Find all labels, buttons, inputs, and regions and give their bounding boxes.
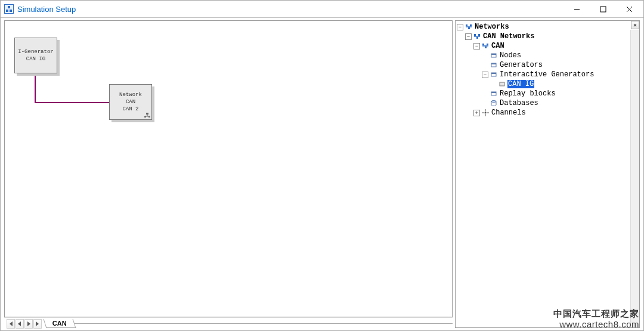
expand-icon[interactable]: +	[473, 110, 480, 116]
tree-node-interactive-generators[interactable]: − Interactive Generators	[457, 70, 638, 79]
tab-nav-first[interactable]	[7, 319, 15, 329]
svg-rect-12	[470, 24, 472, 26]
wire-vertical	[35, 73, 36, 103]
wire-horizontal	[35, 102, 111, 103]
ig-icon	[498, 81, 506, 88]
maximize-button[interactable]	[590, 1, 616, 17]
tree-node-can[interactable]: − CAN	[457, 41, 638, 51]
network-icon	[481, 42, 489, 50]
svg-point-30	[491, 101, 496, 103]
database-icon	[490, 100, 497, 107]
sheet-tab-can[interactable]: CAN	[44, 319, 76, 328]
svg-rect-20	[487, 44, 488, 45]
block-type-label: Network	[119, 92, 142, 98]
tab-nav-last[interactable]	[33, 319, 42, 329]
collapse-icon[interactable]: −	[473, 43, 480, 50]
svg-rect-11	[468, 27, 470, 29]
igenerator-block[interactable]: I-Generator CAN IG	[14, 38, 57, 73]
network-glyph-icon	[144, 112, 150, 118]
tree-node-generators[interactable]: Generators	[457, 60, 638, 70]
content-row: I-Generator CAN IG Network CAN CAN 2	[1, 17, 643, 330]
svg-rect-15	[476, 37, 478, 39]
collapse-icon[interactable]: −	[457, 24, 463, 30]
canvas-wrapper: I-Generator CAN IG Network CAN CAN 2	[1, 18, 454, 330]
generator-icon	[490, 61, 497, 69]
svg-rect-10	[466, 24, 467, 26]
tree-node-databases[interactable]: Databases	[457, 98, 638, 108]
svg-rect-26	[491, 73, 496, 74]
tree-node-can-ig[interactable]: CAN IG	[457, 79, 638, 89]
panel-close-icon[interactable]: ✕	[631, 21, 639, 29]
tree-node-replay-blocks[interactable]: Replay blocks	[457, 89, 638, 98]
collapse-icon[interactable]: −	[482, 72, 488, 78]
svg-rect-4	[146, 113, 148, 115]
svg-rect-8	[148, 116, 150, 117]
block-name-label: CAN	[126, 99, 135, 105]
channels-icon	[481, 109, 489, 117]
svg-rect-24	[491, 63, 496, 64]
block-channel-label: CAN 2	[122, 106, 138, 112]
replay-icon	[490, 90, 497, 98]
block-type-label: I-Generator	[18, 49, 53, 55]
tree-node-channels[interactable]: + Channels	[457, 108, 638, 117]
svg-rect-22	[491, 54, 496, 55]
tree-node-nodes[interactable]: Nodes	[457, 51, 638, 60]
block-name-label: CAN IG	[26, 56, 45, 62]
generator-icon	[490, 71, 497, 79]
collapse-icon[interactable]: −	[465, 33, 472, 40]
svg-rect-19	[485, 47, 487, 48]
tree-node-networks[interactable]: − Networks	[457, 22, 638, 32]
svg-rect-27	[500, 82, 504, 86]
simulation-setup-window: Simulation Setup I-Generator CAN IG	[0, 0, 644, 331]
titlebar[interactable]: Simulation Setup	[1, 1, 643, 17]
tab-strip-line	[74, 323, 453, 324]
tree-node-can-networks[interactable]: − CAN Networks	[457, 32, 638, 41]
window-title: Simulation Setup	[17, 5, 76, 14]
node-icon	[490, 52, 497, 60]
network-icon	[465, 23, 472, 31]
svg-rect-16	[478, 34, 480, 36]
network-icon	[473, 33, 481, 41]
svg-rect-1	[600, 7, 606, 12]
app-icon	[4, 4, 14, 14]
close-button[interactable]	[616, 1, 642, 17]
network-tree[interactable]: − Networks − CAN Networks − CAN	[456, 21, 639, 119]
tab-nav-next[interactable]	[24, 319, 33, 329]
network-block[interactable]: Network CAN CAN 2	[109, 84, 152, 120]
tree-panel: ✕ − Networks − CAN Networks − CAN	[455, 20, 640, 328]
svg-point-31	[484, 112, 486, 114]
svg-rect-18	[482, 44, 484, 45]
minimize-button[interactable]	[564, 1, 590, 17]
svg-rect-29	[491, 92, 496, 93]
sheet-tab-strip: CAN	[4, 317, 453, 329]
svg-rect-14	[474, 34, 476, 36]
tab-nav-prev[interactable]	[16, 319, 24, 329]
network-canvas[interactable]: I-Generator CAN IG Network CAN CAN 2	[4, 20, 453, 317]
svg-rect-7	[144, 116, 146, 117]
tree-scrollbar[interactable]	[630, 30, 639, 327]
